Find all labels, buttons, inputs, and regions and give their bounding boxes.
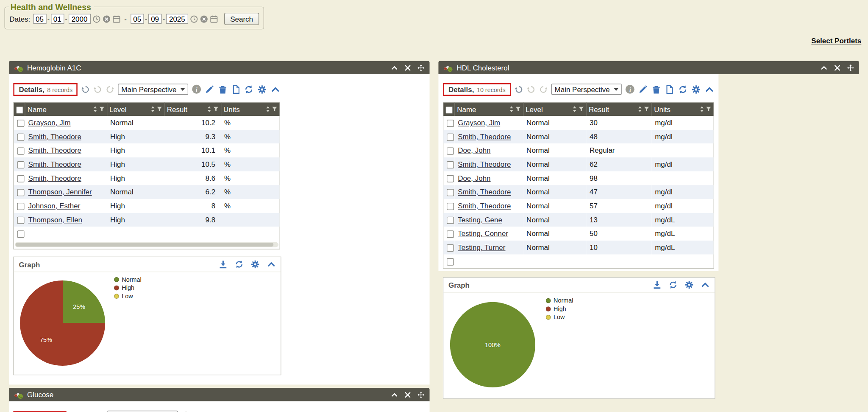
report-icon[interactable] — [665, 84, 674, 94]
perspective-select[interactable]: Main Perspective — [551, 84, 622, 95]
collapse-icon[interactable] — [391, 64, 398, 71]
close-icon[interactable] — [404, 64, 411, 71]
edit-icon[interactable] — [205, 84, 214, 94]
patient-name-link[interactable]: Testing, Turner — [458, 243, 505, 252]
clear-icon[interactable] — [102, 15, 111, 23]
patient-name-link[interactable]: Doe, John — [458, 174, 490, 182]
row-checkbox[interactable] — [447, 120, 454, 127]
settings-icon[interactable] — [251, 260, 260, 269]
clear-icon[interactable] — [200, 15, 208, 23]
info-icon[interactable]: i — [192, 85, 201, 94]
patient-name-link[interactable]: Grayson, Jim — [458, 119, 500, 127]
settings-icon[interactable] — [692, 84, 701, 94]
patient-name-link[interactable]: Smith, Theodore — [28, 132, 81, 141]
patient-name-link[interactable]: Thompson, Ellen — [28, 216, 82, 224]
collapse-icon[interactable] — [821, 64, 828, 71]
row-checkbox[interactable] — [447, 230, 454, 238]
to-day-input[interactable] — [148, 14, 161, 24]
collapse-icon[interactable] — [267, 260, 276, 269]
row-checkbox[interactable] — [17, 203, 24, 210]
row-checkbox[interactable] — [17, 147, 24, 154]
redo-icon[interactable] — [539, 85, 548, 93]
patient-name-link[interactable]: Doe, John — [458, 146, 490, 155]
report-icon[interactable] — [231, 84, 240, 94]
sort-icon[interactable] — [509, 106, 513, 112]
sort-icon[interactable] — [93, 106, 97, 112]
close-icon[interactable] — [834, 64, 841, 71]
patient-name-link[interactable]: Smith, Theodore — [28, 146, 81, 155]
sort-icon[interactable] — [700, 106, 704, 112]
patient-name-link[interactable]: Thompson, Jennifer — [28, 188, 92, 196]
portlet-header[interactable]: Hemoglobin A1C — [9, 61, 430, 74]
patient-name-link[interactable]: Testing, Conner — [458, 230, 508, 238]
move-icon[interactable] — [417, 391, 425, 398]
download-icon[interactable] — [653, 280, 662, 289]
row-checkbox[interactable] — [447, 258, 454, 266]
reset-icon[interactable] — [81, 85, 90, 93]
collapse-icon[interactable] — [391, 391, 398, 398]
row-checkbox[interactable] — [17, 161, 24, 168]
settings-icon[interactable] — [685, 280, 694, 289]
collapse-icon[interactable] — [701, 280, 710, 289]
time-icon[interactable] — [92, 15, 101, 23]
refresh-icon[interactable] — [678, 84, 687, 94]
calendar-icon[interactable] — [112, 15, 121, 23]
row-checkbox[interactable] — [447, 189, 454, 196]
edit-icon[interactable] — [638, 84, 648, 94]
row-checkbox[interactable] — [17, 175, 24, 182]
filter-icon[interactable] — [643, 107, 649, 112]
download-icon[interactable] — [219, 260, 228, 269]
sort-icon[interactable] — [572, 106, 576, 112]
sort-icon[interactable] — [150, 106, 155, 112]
patient-name-link[interactable]: Grayson, Jim — [28, 119, 71, 127]
refresh-icon[interactable] — [245, 84, 254, 94]
undo-icon[interactable] — [527, 85, 535, 93]
perspective-select[interactable]: Main Perspective — [118, 84, 188, 95]
from-year-input[interactable] — [68, 14, 90, 24]
row-checkbox[interactable] — [447, 244, 454, 252]
from-day-input[interactable] — [51, 14, 64, 24]
row-checkbox[interactable] — [447, 134, 454, 141]
refresh-icon[interactable] — [669, 280, 678, 289]
close-icon[interactable] — [404, 391, 411, 398]
patient-name-link[interactable]: Smith, Theodore — [458, 202, 511, 210]
patient-name-link[interactable]: Testing, Gene — [458, 216, 502, 224]
select-portlets-link[interactable]: Select Portlets — [811, 36, 861, 45]
select-all-checkbox[interactable] — [16, 106, 23, 113]
sort-icon[interactable] — [207, 106, 211, 112]
to-month-input[interactable] — [131, 14, 144, 24]
refresh-icon[interactable] — [235, 260, 244, 269]
portlet-header[interactable]: HDL Cholesterol — [438, 61, 859, 74]
row-checkbox[interactable] — [17, 230, 24, 238]
patient-name-link[interactable]: Smith, Theodore — [458, 132, 511, 141]
time-icon[interactable] — [190, 15, 198, 23]
collapse-icon[interactable] — [705, 84, 714, 94]
collapse-icon[interactable] — [271, 84, 280, 94]
search-button[interactable]: Search — [224, 13, 259, 25]
patient-name-link[interactable]: Smith, Theodore — [458, 160, 511, 168]
from-month-input[interactable] — [33, 14, 46, 24]
reset-icon[interactable] — [515, 85, 523, 93]
filter-icon[interactable] — [156, 107, 162, 112]
sort-icon[interactable] — [266, 106, 270, 112]
undo-icon[interactable] — [94, 85, 102, 93]
calendar-icon[interactable] — [210, 15, 218, 23]
filter-icon[interactable] — [578, 107, 584, 112]
patient-name-link[interactable]: Smith, Theodore — [28, 160, 81, 168]
move-icon[interactable] — [847, 64, 854, 71]
settings-icon[interactable] — [258, 84, 267, 94]
row-checkbox[interactable] — [447, 161, 454, 168]
row-checkbox[interactable] — [447, 175, 454, 182]
row-checkbox[interactable] — [447, 203, 454, 210]
filter-icon[interactable] — [213, 107, 218, 112]
filter-icon[interactable] — [706, 107, 711, 112]
horizontal-scrollbar[interactable] — [15, 242, 278, 247]
scrollbar-thumb[interactable] — [16, 243, 274, 247]
row-checkbox[interactable] — [17, 134, 24, 141]
filter-icon[interactable] — [272, 107, 277, 112]
row-checkbox[interactable] — [447, 217, 454, 224]
row-checkbox[interactable] — [17, 189, 24, 196]
row-checkbox[interactable] — [17, 217, 24, 224]
info-icon[interactable]: i — [626, 85, 634, 94]
patient-name-link[interactable]: Johnson, Esther — [28, 202, 81, 210]
